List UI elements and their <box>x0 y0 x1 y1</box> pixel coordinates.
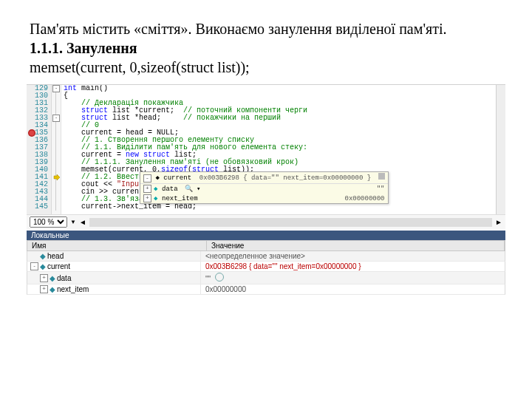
datatip-row-value: 0x00000000 <box>332 195 385 202</box>
zoom-select[interactable]: 100 % <box>30 216 67 228</box>
fold-margin[interactable]: - - <box>52 85 61 214</box>
editor-status-bar: 100 % ▼ ◄ ► <box>27 214 505 229</box>
datatip-row-name: data <box>162 185 178 193</box>
datatip-row[interactable]: +◆data🔍 ▾"" <box>140 184 388 194</box>
expand-icon[interactable]: + <box>143 194 151 202</box>
document-text: Пам'ять містить «сміття». Виконаємо зану… <box>0 0 532 84</box>
line-number: 145 <box>27 203 48 211</box>
datatip-value: 0x003B6298 { data="" next_item=0x0000000… <box>200 174 371 182</box>
locals-name-cell: +◆ data <box>27 272 201 284</box>
code-line[interactable]: int main() <box>64 85 497 92</box>
locals-header: Имя Значение <box>27 240 505 251</box>
datatip-row-value: "" <box>364 185 385 193</box>
locals-name-cell: +◆ next_item <box>27 284 201 294</box>
variable-icon: ◆ <box>50 274 55 282</box>
heading-1: 1.1.1. Занулення <box>30 38 502 58</box>
variable-icon: ◆ <box>50 285 55 293</box>
current-line-arrow-icon <box>53 174 61 181</box>
datatip-row[interactable]: +◆next_item0x00000000 <box>140 194 388 203</box>
locals-var-value: <неопределенное значение> <box>201 251 505 261</box>
paragraph-1: Пам'ять містить «сміття». Виконаємо зану… <box>30 19 502 38</box>
fold-line <box>55 92 56 115</box>
code-line[interactable]: current->next_item = head; <box>64 203 497 211</box>
code-editor[interactable]: 1291301311321331341351361371381391401411… <box>27 84 505 214</box>
svg-marker-0 <box>54 174 60 180</box>
variable-icon: ◆ <box>154 194 160 202</box>
variable-icon: ◆ <box>40 262 46 270</box>
vertical-scrollbar[interactable] <box>496 85 505 214</box>
locals-var-name: head <box>47 252 64 260</box>
locals-row[interactable]: +◆ data"" <box>27 272 505 284</box>
locals-panel: Локальные Имя Значение ◆ head<неопределе… <box>27 231 505 295</box>
code-line[interactable]: struct list *head; // покажчики на перши… <box>64 115 497 122</box>
paragraph-2: memset(current, 0,sizeof(struct list)); <box>30 58 502 77</box>
locals-name-cell: -◆ current <box>27 262 201 271</box>
horizontal-scrollbar[interactable] <box>89 218 492 227</box>
expand-icon[interactable]: + <box>40 285 48 293</box>
expand-icon[interactable]: - <box>143 174 151 183</box>
locals-row[interactable]: -◆ current0x003B6298 { data="" next_item… <box>27 262 505 272</box>
locals-col-name[interactable]: Имя <box>27 241 207 250</box>
locals-var-value: "" <box>201 272 505 284</box>
expand-icon[interactable]: - <box>30 262 38 270</box>
line-number-gutter: 1291301311321331341351361371381391401411… <box>27 85 52 214</box>
variable-icon: ◆ <box>155 174 159 182</box>
locals-var-value: 0x00000000 <box>201 284 505 294</box>
fold-box-icon[interactable]: - <box>52 115 60 122</box>
locals-title: Локальные <box>27 231 505 240</box>
locals-name-cell: ◆ head <box>27 251 201 261</box>
locals-row[interactable]: ◆ head<неопределенное значение> <box>27 251 505 262</box>
debugger-datatip[interactable]: - ◆ current 0x003B6298 { data="" next_it… <box>140 171 389 204</box>
datatip-name: current <box>163 174 191 182</box>
scroll-right-icon[interactable]: ► <box>495 218 502 226</box>
expand-icon[interactable]: + <box>143 185 151 193</box>
locals-col-value[interactable]: Значение <box>207 241 505 250</box>
locals-var-value: 0x003B6298 { data="" next_item=0x0000000… <box>201 262 505 271</box>
scroll-left-icon[interactable]: ◄ <box>79 218 86 226</box>
magnifier-icon[interactable]: 🔍 ▾ <box>185 185 201 193</box>
refresh-icon[interactable] <box>215 273 224 282</box>
datatip-header: - ◆ current 0x003B6298 { data="" next_it… <box>140 172 388 184</box>
locals-row[interactable]: +◆ next_item0x00000000 <box>27 284 505 295</box>
locals-var-name: current <box>47 262 70 270</box>
expand-icon[interactable]: + <box>40 274 48 282</box>
variable-icon: ◆ <box>154 185 160 193</box>
locals-var-name: next_item <box>57 285 89 293</box>
locals-var-name: data <box>57 274 71 282</box>
datatip-row-name: next_item <box>162 195 198 202</box>
fold-line <box>55 122 56 211</box>
pin-icon[interactable] <box>378 173 385 180</box>
fold-box-icon[interactable]: - <box>52 85 60 92</box>
variable-icon: ◆ <box>40 252 46 260</box>
breakpoint-icon[interactable] <box>28 129 35 137</box>
